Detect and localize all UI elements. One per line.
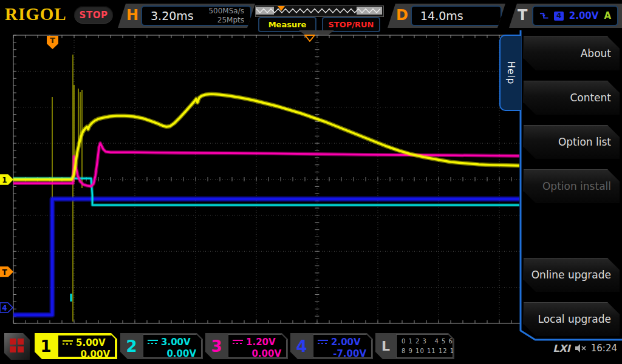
stop-run-button[interactable]: STOP/RUN — [322, 17, 380, 32]
sample-rate-info: 500MSa/s25Mpts — [208, 7, 250, 25]
horizontal-label: H — [126, 7, 138, 24]
delay-settings[interactable]: D 14.0ms — [388, 4, 505, 28]
trigger-level-value: 2.00V — [569, 10, 599, 21]
menu-button-label: About — [581, 47, 611, 59]
menu-button-option-list[interactable]: Option list — [524, 125, 620, 159]
channel-3-tile[interactable]: 31.20V0.00V — [205, 333, 288, 359]
menu-button-content[interactable]: Content — [524, 81, 620, 115]
channel-number: 2 — [120, 333, 143, 359]
falling-edge-icon — [539, 12, 549, 20]
logic-panel: 0 1 2 3 4 5 6 78 9 10 11 12 13 14 15 — [396, 334, 453, 358]
menu-grid-icon — [10, 339, 16, 345]
rigol-logo: RIGOL — [5, 4, 67, 24]
speaker-muted-icon — [575, 343, 587, 353]
channel-4-tile[interactable]: 42.00V-7.00V — [290, 333, 373, 359]
channel-scale: 2.00V — [331, 337, 361, 348]
channel-offset: -7.00V — [313, 348, 371, 359]
stop-run-button-label: STOP/RUN — [328, 20, 374, 29]
channel-offset: 0.00V — [228, 348, 286, 359]
trigger-label: T — [518, 7, 527, 24]
timebase-value: 3.20ms — [142, 9, 208, 22]
dc-coupling-icon — [63, 340, 73, 346]
horizontal-settings[interactable]: H 3.20ms 500MSa/s25Mpts — [118, 4, 255, 28]
dc-coupling-icon — [233, 339, 243, 346]
trigger-box[interactable]: 4 2.00V A — [532, 5, 618, 26]
channel-panel: 2.00V-7.00V — [313, 334, 372, 358]
measure-button-label: Measure — [268, 20, 307, 29]
measure-button[interactable]: Measure — [258, 17, 316, 32]
dc-coupling-icon — [148, 339, 158, 346]
channel-scale: 3.00V — [161, 337, 191, 348]
memory-position-bar[interactable] — [255, 5, 384, 17]
quick-menu-button[interactable] — [4, 333, 30, 360]
lxi-badge: LXI — [553, 343, 570, 354]
trigger-mode-auto: A — [604, 10, 611, 21]
trigger-settings[interactable]: T 4 2.00V A — [509, 4, 622, 28]
channel-number: 4 — [290, 333, 313, 359]
channel-number: 1 — [35, 333, 57, 359]
menu-button-label: Option install — [542, 180, 611, 192]
run-state-badge: STOP — [74, 6, 113, 24]
channel-scale: 1.20V — [246, 337, 276, 348]
menu-button-about[interactable]: About — [524, 36, 620, 70]
top-toolbar: RIGOL STOP H 3.20ms 500MSa/s25Mpts Measu… — [0, 0, 622, 30]
help-menu-tab[interactable]: Help — [499, 35, 521, 111]
menu-button-label: Option list — [558, 136, 611, 148]
channel-offset: 0.00V — [143, 348, 201, 359]
channel-panel: 3.00V0.00V — [143, 334, 202, 358]
menu-button-label: Local upgrade — [538, 313, 611, 325]
memory-waveform-icon — [256, 6, 382, 15]
timebase-box[interactable]: 3.20ms 500MSa/s25Mpts — [141, 5, 251, 26]
delay-value: 14.0ms — [412, 9, 501, 22]
logic-channels-tile[interactable]: L 0 1 2 3 4 5 6 78 9 10 11 12 13 14 15 — [375, 333, 454, 359]
menu-button-local-upgrade[interactable]: Local upgrade — [524, 302, 620, 336]
channel-2-tile[interactable]: 23.00V0.00V — [120, 333, 203, 359]
trigger-source-chip: 4 — [554, 12, 563, 21]
clock: 16:24 — [591, 343, 617, 354]
menu-button-label: Online upgrade — [531, 269, 611, 281]
delay-label: D — [396, 7, 408, 24]
channel-panel: 1.20V0.00V — [228, 334, 287, 358]
status-area: LXI 16:24 — [537, 342, 622, 355]
top-notch-decoration — [299, 30, 334, 35]
menu-button-online-upgrade[interactable]: Online upgrade — [524, 258, 620, 292]
dc-coupling-icon — [318, 339, 328, 346]
channel-number: 3 — [205, 333, 228, 359]
delay-box[interactable]: 14.0ms — [411, 5, 502, 26]
menu-button-option-install[interactable]: Option install — [524, 169, 620, 203]
help-tab-label: Help — [505, 61, 516, 84]
channel-panel: 5.00V0.00V — [57, 334, 116, 358]
menu-button-label: Content — [570, 92, 611, 104]
run-state-label: STOP — [80, 10, 108, 21]
channel-scale: 5.00V — [76, 337, 106, 348]
channel-1-tile[interactable]: 15.00V0.00V — [35, 333, 117, 359]
channel-offset: 0.00V — [58, 349, 115, 360]
